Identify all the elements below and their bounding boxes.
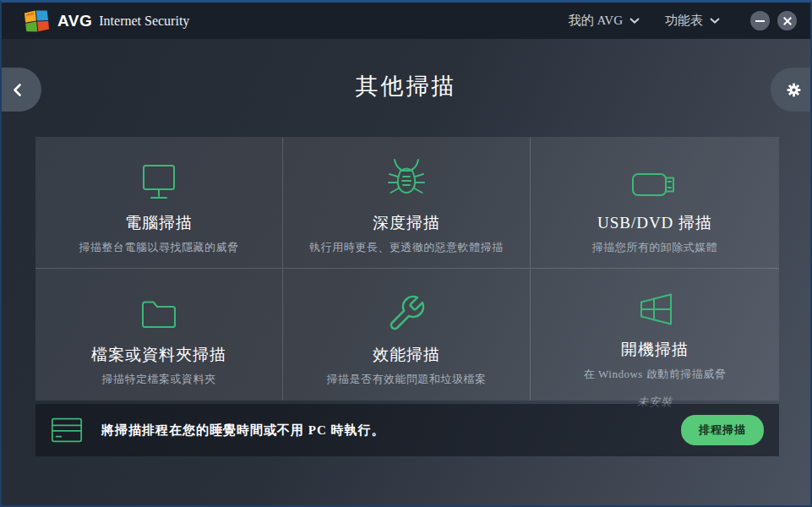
tile-deep-scan[interactable]: 深度掃描 執行用時更長、更透徹的惡意軟體掃描 bbox=[283, 137, 531, 269]
tile-title: 開機掃描 bbox=[621, 339, 689, 361]
window-controls bbox=[750, 11, 797, 30]
windows-icon bbox=[633, 290, 677, 329]
tile-performance-scan[interactable]: 效能掃描 掃描是否有效能問題和垃圾檔案 bbox=[283, 269, 531, 401]
my-avg-menu[interactable]: 我的 AVG bbox=[569, 13, 640, 29]
chevron-down-icon bbox=[629, 18, 640, 24]
tile-title: USB/DVD 掃描 bbox=[597, 212, 712, 234]
main-area: 其他掃描 bbox=[2, 39, 810, 505]
tile-subtitle: 在 Windows 啟動前掃描威脅 bbox=[584, 367, 726, 382]
main-menu-label: 功能表 bbox=[665, 13, 703, 29]
brand-name: AVG bbox=[57, 12, 92, 30]
bug-icon bbox=[385, 158, 428, 202]
tile-title: 電腦掃描 bbox=[125, 212, 193, 234]
folder-icon bbox=[137, 290, 181, 334]
scan-tiles-grid: 電腦掃描 掃描整台電腦以尋找隱藏的威脅 bbox=[35, 137, 779, 401]
tile-subtitle: 掃描特定檔案或資料夾 bbox=[102, 372, 216, 387]
wrench-icon bbox=[386, 290, 427, 334]
tile-subtitle: 掃描整台電腦以尋找隱藏的威脅 bbox=[79, 240, 239, 255]
chevron-left-icon bbox=[13, 83, 22, 97]
usb-icon bbox=[629, 158, 680, 202]
tile-file-folder-scan[interactable]: 檔案或資料夾掃描 掃描特定檔案或資料夾 bbox=[35, 269, 283, 401]
chevron-down-icon bbox=[710, 18, 720, 24]
tile-subtitle: 掃描您所有的卸除式媒體 bbox=[592, 240, 718, 255]
schedule-icon bbox=[49, 414, 84, 446]
titlebar: AVG Internet Security 我的 AVG 功能表 bbox=[2, 3, 810, 39]
tile-title: 效能掃描 bbox=[373, 344, 440, 366]
titlebar-menus: 我的 AVG 功能表 bbox=[569, 11, 797, 30]
tile-title: 檔案或資料夾掃描 bbox=[91, 344, 226, 366]
gear-icon bbox=[785, 81, 803, 99]
schedule-scan-button[interactable]: 排程掃描 bbox=[681, 415, 764, 445]
tile-computer-scan[interactable]: 電腦掃描 掃描整台電腦以尋找隱藏的威脅 bbox=[35, 137, 283, 269]
tile-subtitle: 掃描是否有效能問題和垃圾檔案 bbox=[327, 372, 487, 387]
page-title: 其他掃描 bbox=[2, 39, 810, 134]
avg-window: AVG Internet Security 我的 AVG 功能表 其他掃描 bbox=[0, 0, 812, 507]
tile-boot-scan[interactable]: 開機掃描 在 Windows 啟動前掃描威脅 未安裝 bbox=[531, 269, 779, 401]
main-menu[interactable]: 功能表 bbox=[665, 13, 720, 29]
schedule-bar: 將掃描排程在您的睡覺時間或不用 PC 時執行。 排程掃描 bbox=[35, 404, 779, 456]
tile-title: 深度掃描 bbox=[373, 212, 440, 234]
monitor-icon bbox=[134, 158, 183, 202]
my-avg-menu-label: 我的 AVG bbox=[569, 13, 623, 29]
minimize-button[interactable] bbox=[750, 11, 770, 30]
minimize-icon bbox=[755, 20, 765, 22]
avg-logo-icon bbox=[24, 9, 50, 33]
product-name: Internet Security bbox=[99, 14, 189, 29]
tile-usb-dvd-scan[interactable]: USB/DVD 掃描 掃描您所有的卸除式媒體 bbox=[531, 137, 779, 269]
tile-subtitle: 執行用時更長、更透徹的惡意軟體掃描 bbox=[309, 240, 504, 255]
schedule-message: 將掃描排程在您的睡覺時間或不用 PC 時執行。 bbox=[101, 422, 385, 439]
settings-button[interactable] bbox=[771, 68, 810, 112]
close-button[interactable] bbox=[777, 11, 797, 30]
